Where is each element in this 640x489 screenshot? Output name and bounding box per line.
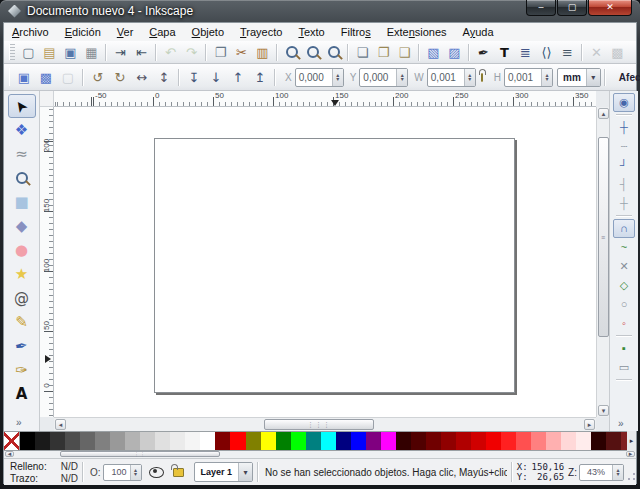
palette-swatch[interactable] xyxy=(516,432,531,450)
zoom-selection-button[interactable] xyxy=(281,42,302,63)
palette-swatch[interactable] xyxy=(291,432,306,450)
save-document-button[interactable]: ▣ xyxy=(60,42,81,63)
star-tool[interactable]: ★ xyxy=(8,262,36,286)
width-field[interactable]: 0,001 xyxy=(427,68,476,87)
create-clone-button[interactable]: ❐ xyxy=(373,42,394,63)
menu-extensiones[interactable]: Extensiones xyxy=(379,24,455,40)
palette-swatch[interactable] xyxy=(110,432,125,450)
palette-swatch[interactable] xyxy=(230,432,245,450)
node-tool[interactable]: ❖ xyxy=(8,118,36,142)
pen-tool[interactable]: ✒ xyxy=(8,334,36,358)
spinner-arrows-icon[interactable] xyxy=(332,69,343,86)
ungroup-button[interactable]: ▨ xyxy=(444,42,465,63)
selector-tool[interactable]: ➤ xyxy=(8,94,36,118)
snap-bbox-corners-button[interactable]: ┘ xyxy=(613,156,635,175)
menu-edicion[interactable]: Edición xyxy=(57,24,109,40)
x-field[interactable]: 0,000 xyxy=(295,68,344,87)
raise-to-top-button[interactable]: ↥ xyxy=(249,66,271,88)
document-properties-button[interactable]: ▩ xyxy=(607,42,628,63)
palette-swatch[interactable] xyxy=(351,432,366,450)
rotate-cw-button[interactable]: ↻ xyxy=(109,66,131,88)
unlink-clone-button[interactable]: ❑ xyxy=(394,42,415,63)
vertical-scroll-thumb[interactable]: ≡ xyxy=(598,137,609,337)
snap-paths-button[interactable]: ~ xyxy=(613,238,635,257)
palette-swatch[interactable] xyxy=(246,432,261,450)
palette-scroll-thumb[interactable]: ⋮⋮ xyxy=(60,451,220,457)
palette-scroll-left-icon[interactable]: ◂ xyxy=(5,451,14,457)
redo-button[interactable]: ↷ xyxy=(181,42,202,63)
lower-to-bottom-button[interactable]: ↧ xyxy=(183,66,205,88)
snap-bbox-button[interactable]: ┼ xyxy=(613,118,635,137)
snapbar-overflow-chevron[interactable]: » xyxy=(618,418,624,429)
scroll-down-icon[interactable]: ▾ xyxy=(598,405,609,416)
undo-button[interactable]: ↶ xyxy=(160,42,181,63)
chevron-down-icon[interactable] xyxy=(238,463,252,481)
layer-lock-icon[interactable] xyxy=(173,468,184,477)
snap-cusp-nodes-button[interactable]: ◇ xyxy=(613,276,635,295)
maximize-button[interactable]: ▢ xyxy=(557,0,587,16)
paste-button[interactable]: ▥ xyxy=(252,42,273,63)
palette-swatch[interactable] xyxy=(441,432,456,450)
palette-swatch[interactable] xyxy=(200,432,215,450)
spinner-arrows-icon[interactable] xyxy=(612,465,623,480)
group-button[interactable]: ▧ xyxy=(423,42,444,63)
close-button[interactable]: ✕ xyxy=(588,0,632,16)
zoom-tool[interactable] xyxy=(8,166,36,190)
open-document-button[interactable]: ▤ xyxy=(39,42,60,63)
box3d-tool[interactable]: ◆ xyxy=(8,214,36,238)
menu-ver[interactable]: Ver xyxy=(109,24,142,40)
layers-dialog[interactable]: ≣ xyxy=(515,42,536,63)
zoom-drawing-button[interactable] xyxy=(302,42,323,63)
chevron-down-icon[interactable] xyxy=(586,69,600,86)
palette-swatch[interactable] xyxy=(50,432,65,450)
palette-swatch[interactable] xyxy=(471,432,486,450)
palette-swatch[interactable] xyxy=(366,432,381,450)
rectangle-tool[interactable]: ■ xyxy=(8,190,36,214)
palette-swatch[interactable] xyxy=(170,432,185,450)
print-button[interactable]: ▦ xyxy=(81,42,102,63)
snap-intersections-button[interactable]: ✕ xyxy=(613,257,635,276)
palette-scrollbar[interactable]: ◂ ⋮⋮ ▸ xyxy=(4,451,636,458)
import-button[interactable]: ⇥ xyxy=(110,42,131,63)
palette-swatch[interactable] xyxy=(336,432,351,450)
palette-swatch[interactable] xyxy=(65,432,80,450)
minimize-button[interactable]: – xyxy=(526,0,556,16)
spinner-arrows-icon[interactable] xyxy=(396,69,407,86)
snap-bbox-edges-button[interactable]: ┄ xyxy=(613,137,635,156)
menu-capa[interactable]: Capa xyxy=(141,24,183,40)
palette-swatch[interactable] xyxy=(381,432,396,450)
duplicate-button[interactable]: ❏ xyxy=(352,42,373,63)
palette-swatch[interactable] xyxy=(35,432,50,450)
scroll-up-icon[interactable]: ▴ xyxy=(598,108,609,119)
snap-midpoints-button[interactable]: ◦ xyxy=(613,314,635,333)
palette-scroll-right-arrow-icon[interactable]: ▸ xyxy=(626,451,635,457)
y-field[interactable]: 0,000 xyxy=(359,68,408,87)
new-document-button[interactable]: ▢ xyxy=(18,42,39,63)
palette-swatch[interactable] xyxy=(215,432,230,450)
vertical-ruler[interactable]: 200150100500 xyxy=(40,107,54,417)
scroll-right-icon[interactable]: ▸ xyxy=(584,419,595,430)
palette-swatch[interactable] xyxy=(321,432,336,450)
layer-dropdown[interactable]: Layer 1 xyxy=(194,462,254,482)
tweak-tool[interactable]: ≈ xyxy=(8,142,36,166)
palette-swatch[interactable] xyxy=(306,432,321,450)
snap-bbox-midpoints-button[interactable]: ┤ xyxy=(613,175,635,194)
spiral-tool[interactable]: @ xyxy=(8,286,36,310)
cut-button[interactable]: ✂ xyxy=(231,42,252,63)
height-field[interactable]: 0,001 xyxy=(504,68,553,87)
palette-scroll-right-icon[interactable]: ▸ xyxy=(627,431,636,451)
pencil-tool[interactable]: ✎ xyxy=(8,310,36,334)
palette-swatch[interactable] xyxy=(501,432,516,450)
xml-editor-button[interactable]: ⟨⟩ xyxy=(536,42,557,63)
flip-horizontal-button[interactable]: ↔ xyxy=(131,66,153,88)
palette-swatch[interactable] xyxy=(576,432,591,450)
layer-visibility-eye-icon[interactable] xyxy=(149,467,164,478)
horizontal-ruler[interactable]: -50050100150200250300350 xyxy=(54,91,596,107)
palette-swatch[interactable] xyxy=(411,432,426,450)
fill-stroke-dialog[interactable]: ✒ xyxy=(473,42,494,63)
snap-page-border-button[interactable]: ▭ xyxy=(613,358,635,377)
palette-swatch[interactable] xyxy=(276,432,291,450)
menu-trayecto[interactable]: Trayecto xyxy=(232,24,290,40)
window-resize-grip[interactable] xyxy=(626,463,636,481)
toolbar-grip[interactable] xyxy=(9,68,10,86)
